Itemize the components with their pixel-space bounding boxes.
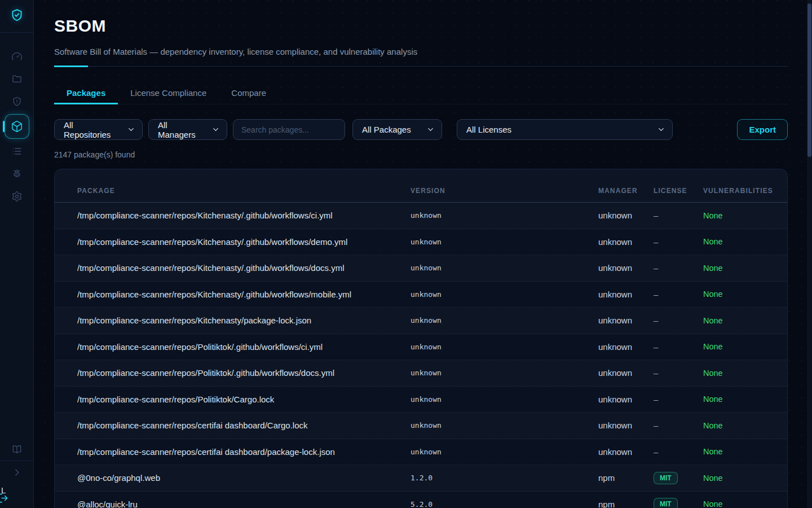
packages-select[interactable]: All Packages [352,119,442,140]
filter-bar: All Repositories All Managers All Packag… [54,119,788,140]
vulnerabilities-value: None [703,421,787,430]
package-version: unknown [411,395,598,404]
vulnerabilities-value: None [703,474,787,483]
package-version: unknown [411,290,598,299]
vulnerabilities-value: None [703,264,787,273]
table-row[interactable]: /tmp/compliance-scanner/repos/Kitchenast… [55,282,787,308]
package-license: – [654,290,703,299]
list-icon [11,146,23,157]
folder-icon [11,73,23,85]
repositories-select[interactable]: All Repositories [54,119,143,140]
vulnerabilities-value: None [703,369,787,378]
vulnerabilities-value: None [703,342,787,351]
table-row[interactable]: /tmp/compliance-scanner/repos/Kitchenast… [55,255,787,282]
tab-license-compliance[interactable]: License Compliance [118,82,219,104]
package-license: – [654,263,703,273]
title-divider [54,65,788,67]
export-button[interactable]: Export [737,119,788,140]
licenses-select[interactable]: All Licenses [457,119,673,140]
main-content: SBOM Software Bill of Materials — depend… [34,0,812,508]
package-license: – [654,395,703,404]
table-row[interactable]: /tmp/compliance-scanner/repos/Politiktok… [55,334,787,361]
sidebar-item-settings[interactable] [0,185,34,208]
table-row[interactable]: /tmp/compliance-scanner/repos/Politiktok… [55,387,787,413]
shield-check-icon [10,8,24,25]
table-row[interactable]: /tmp/compliance-scanner/repos/Politiktok… [55,360,787,387]
package-license: – [654,237,703,247]
page-scrollbar[interactable] [807,0,812,508]
package-license: MIT [654,498,703,508]
package-license: – [654,368,703,378]
package-license: MIT [654,472,703,484]
package-manager: unknown [598,211,654,220]
table-row[interactable]: /tmp/compliance-scanner/repos/certifai d… [55,413,787,439]
sidebar-item-expand[interactable] [0,461,34,483]
sidebar-item-docs[interactable] [0,438,34,461]
vulnerabilities-value: None [703,237,787,246]
vulnerabilities-value: None [703,447,787,456]
tab-bar: PackagesLicense ComplianceCompare [54,82,788,104]
package-name: /tmp/compliance-scanner/repos/Kitchenast… [77,316,411,325]
chevron-down-icon [657,125,665,134]
tab-compare[interactable]: Compare [219,82,279,104]
table-header: PACKAGEVERSIONMANAGERLICENSEVULNERABILIT… [55,169,787,203]
package-version: unknown [411,238,598,246]
package-manager: unknown [598,395,654,404]
scrollbar-thumb[interactable] [807,3,811,157]
table-row[interactable]: /tmp/compliance-scanner/repos/certifai d… [55,439,787,466]
license-value: – [654,447,658,457]
package-version: 5.2.0 [411,500,598,508]
license-value: – [654,237,658,247]
package-manager: npm [598,473,654,483]
package-license: – [654,342,703,352]
sidebar-item-reports[interactable] [0,140,34,163]
package-name: /tmp/compliance-scanner/repos/Politiktok… [77,368,411,378]
sidebar-item-sbom[interactable] [0,113,34,140]
chevron-down-icon [211,125,220,134]
table-row[interactable]: /tmp/compliance-scanner/repos/Kitchenast… [55,203,787,229]
package-name: /tmp/compliance-scanner/repos/Kitchenast… [77,263,411,273]
package-name: /tmp/compliance-scanner/repos/certifai d… [77,447,411,457]
vulnerabilities-value: None [703,395,787,404]
package-name: /tmp/compliance-scanner/repos/certifai d… [77,421,411,430]
package-manager: unknown [598,316,654,325]
repositories-select-value: All Repositories [64,120,122,139]
sidebar-item-issues[interactable] [0,163,34,185]
bug-icon [11,168,23,179]
package-version: unknown [411,211,598,220]
package-version: unknown [411,369,598,377]
license-value: – [654,263,658,273]
app-logo[interactable] [0,0,33,33]
table-row[interactable]: /tmp/compliance-scanner/repos/Kitchenast… [55,308,787,334]
sidebar-item-repositories[interactable] [0,68,34,90]
vulnerabilities-value: None [703,316,787,325]
log-out-icon[interactable] [0,493,8,506]
column-header-version: VERSION [411,187,598,195]
sidebar-item-dashboard[interactable] [0,45,34,68]
license-value: – [654,316,658,325]
book-icon [11,444,23,455]
column-header-vulnerabilities: VULNERABILITIES [703,187,787,195]
managers-select[interactable]: All Managers [148,119,227,140]
sidebar-item-vulnerabilities[interactable] [0,90,34,113]
search-input[interactable] [233,119,345,140]
package-version: unknown [411,316,598,325]
table-row[interactable]: @alloc/quick-lru5.2.0npmMITNone [55,492,787,508]
table-row[interactable]: /tmp/compliance-scanner/repos/Kitchenast… [55,229,787,256]
column-header-package: PACKAGE [77,187,411,195]
package-license: – [654,421,703,430]
package-manager: unknown [598,447,654,457]
package-icon [5,114,29,139]
package-version: 1.2.0 [411,474,598,482]
package-version: unknown [411,421,598,430]
license-badge: MIT [654,498,678,508]
license-value: – [654,368,658,378]
license-value: – [654,395,658,404]
license-badge: MIT [654,472,678,484]
tab-packages[interactable]: Packages [54,82,118,104]
package-manager: unknown [598,263,654,273]
table-row[interactable]: @0no-co/graphql.web1.2.0npmMITNone [55,465,787,492]
package-manager: unknown [598,421,654,430]
package-name: @alloc/quick-lru [77,500,411,508]
active-indicator [3,121,5,132]
